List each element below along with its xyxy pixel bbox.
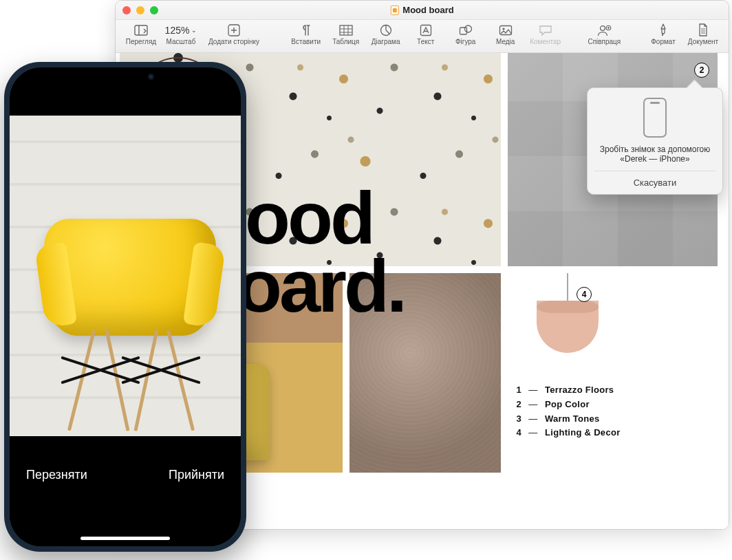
shape-button[interactable]: Фігура <box>446 23 486 45</box>
collaborate-button[interactable]: Співпраця <box>584 23 624 45</box>
svg-rect-5 <box>340 25 352 35</box>
window-titlebar[interactable]: Mood board <box>116 1 729 20</box>
use-photo-button[interactable]: Прийняти <box>169 468 224 482</box>
view-button[interactable]: Перегляд <box>121 23 161 45</box>
document-button[interactable]: Документ <box>683 23 723 45</box>
svg-point-13 <box>464 25 471 32</box>
toolbar: Перегляд 125%⌄ Масштаб Додати сторінку В… <box>116 20 729 53</box>
plus-icon <box>228 23 240 38</box>
iphone-notch <box>70 67 180 87</box>
legend-row: 1—Terrazzo Floors <box>513 383 621 398</box>
table-button[interactable]: Таблиця <box>326 23 366 45</box>
popover-message-line2: «Derek — iPhone» <box>594 154 715 164</box>
document-icon <box>698 23 709 38</box>
view-icon <box>134 23 148 38</box>
comment-button[interactable]: Коментар <box>526 23 566 45</box>
iphone-screen: Перезняти Прийняти <box>10 67 241 546</box>
zoom-menu[interactable]: 125%⌄ Масштаб <box>161 23 201 45</box>
legend-row: 4—Lighting & Decor <box>513 426 621 440</box>
shape-icon <box>459 23 473 38</box>
svg-point-16 <box>601 26 605 31</box>
cancel-button[interactable]: Скасувати <box>594 171 715 194</box>
chevron-down-icon: ⌄ <box>191 27 197 34</box>
pages-doc-icon <box>390 6 398 15</box>
document-title: Mood board <box>390 5 453 15</box>
insert-button[interactable]: Вставити <box>286 23 326 45</box>
brush-icon <box>658 23 669 38</box>
legend-row: 2—Pop Color <box>513 398 621 412</box>
popover-message-line1: Зробіть знімок за допомогою <box>594 144 715 154</box>
zoom-value: 125% <box>165 25 190 36</box>
home-indicator[interactable] <box>80 537 170 540</box>
callout-badge-4: 4 <box>577 287 592 302</box>
legend-row: 3—Warm Tones <box>513 412 621 427</box>
media-button[interactable]: Медіа <box>486 23 526 45</box>
zoom-window-button[interactable] <box>150 6 158 14</box>
callout-badge-2: 2 <box>694 63 709 78</box>
captured-photo <box>10 116 241 439</box>
pie-chart-icon <box>380 23 392 38</box>
close-window-button[interactable] <box>122 6 131 14</box>
svg-point-15 <box>502 28 504 30</box>
add-page-button[interactable]: Додати сторінку <box>201 23 267 45</box>
traffic-lights <box>122 6 158 14</box>
iphone-device: Перезняти Прийняти <box>4 62 246 552</box>
text-icon <box>420 23 432 38</box>
chair-graphic <box>30 191 230 432</box>
format-button[interactable]: Формат <box>643 23 683 45</box>
document-title-text: Mood board <box>402 5 453 15</box>
lamp-graphic <box>530 273 605 369</box>
minimize-window-button[interactable] <box>136 6 144 14</box>
image-icon <box>499 23 513 38</box>
iphone-outline-icon <box>643 98 667 138</box>
camera-controls: Перезняти Прийняти <box>10 436 241 546</box>
text-button[interactable]: Текст <box>406 23 446 45</box>
table-icon <box>339 23 353 38</box>
legend[interactable]: 1—Terrazzo Floors 2—Pop Color 3—Warm Ton… <box>513 383 621 440</box>
retake-button[interactable]: Перезняти <box>26 468 87 482</box>
person-plus-icon <box>596 23 612 38</box>
comment-icon <box>539 23 552 38</box>
continuity-camera-popover: Зробіть знімок за допомогою «Derek — iPh… <box>587 87 723 195</box>
chart-button[interactable]: Діаграма <box>366 23 406 45</box>
pilcrow-icon <box>301 23 311 38</box>
